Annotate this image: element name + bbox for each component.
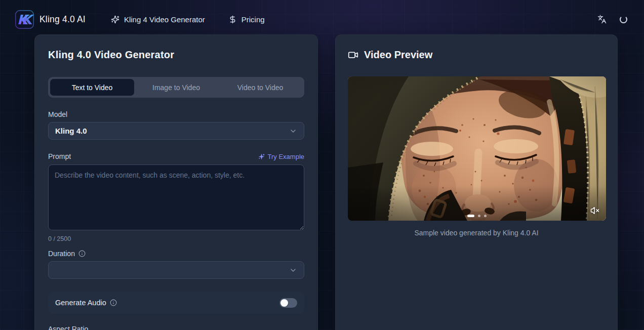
- top-navbar: K K Kling 4.0 AI Kling 4 Video Generator…: [0, 0, 644, 38]
- brand[interactable]: K K Kling 4.0 AI: [15, 10, 86, 29]
- tab-video-to-video[interactable]: Video to Video: [218, 79, 302, 96]
- generate-audio-row: Generate Audio: [48, 292, 304, 314]
- model-select-value: Kling 4.0: [55, 127, 87, 135]
- mute-icon[interactable]: [590, 206, 599, 215]
- try-example-button[interactable]: Try Example: [258, 153, 304, 160]
- generator-card: Kling 4.0 Video Generator Text to Video …: [34, 34, 318, 330]
- carousel-dot[interactable]: [478, 215, 480, 217]
- nav-links: Kling 4 Video Generator Pricing: [111, 15, 265, 24]
- chevron-down-icon: [289, 127, 297, 135]
- carousel-dot-active[interactable]: [467, 215, 474, 217]
- carousel-dots: [467, 215, 487, 217]
- carousel-dot[interactable]: [484, 215, 487, 217]
- aspect-ratio-label: Aspect Ratio: [48, 325, 304, 330]
- generator-title: Kling 4.0 Video Generator: [48, 49, 304, 61]
- try-example-label: Try Example: [268, 153, 304, 160]
- loading-spinner: [620, 16, 627, 23]
- prompt-label: Prompt: [48, 152, 71, 160]
- toggle-knob: [280, 299, 288, 307]
- generate-audio-toggle[interactable]: [279, 298, 297, 308]
- model-select[interactable]: Kling 4.0: [48, 122, 304, 140]
- nav-link-pricing[interactable]: Pricing: [228, 15, 265, 24]
- nav-link-label: Kling 4 Video Generator: [124, 15, 205, 24]
- language-icon[interactable]: [597, 15, 607, 24]
- info-icon[interactable]: [110, 299, 117, 306]
- dollar-icon: [228, 15, 237, 24]
- video-player[interactable]: [348, 76, 606, 221]
- generate-audio-label: Generate Audio: [55, 299, 106, 307]
- kling-logo-icon: K K: [15, 10, 34, 29]
- sample-video-still: [348, 76, 606, 221]
- nav-link-label: Pricing: [242, 15, 265, 24]
- mode-tabs: Text to Video Image to Video Video to Vi…: [48, 77, 304, 98]
- info-icon[interactable]: [78, 250, 86, 257]
- video-caption: Sample video generated by Kling 4.0 AI: [348, 229, 605, 237]
- duration-select[interactable]: [48, 261, 304, 279]
- nav-link-video-generator[interactable]: Kling 4 Video Generator: [111, 15, 205, 24]
- video-preview-card: Video Preview: [335, 34, 618, 330]
- navbar-right: [597, 15, 629, 24]
- chevron-down-icon: [289, 266, 297, 274]
- prompt-input[interactable]: [48, 164, 304, 230]
- tab-image-to-video[interactable]: Image to Video: [134, 79, 218, 96]
- brand-name: Kling 4.0 AI: [39, 14, 86, 25]
- sparkles-icon: [258, 153, 265, 160]
- tab-text-to-video[interactable]: Text to Video: [50, 79, 134, 96]
- char-counter: 0 / 2500: [48, 235, 304, 242]
- preview-title: Video Preview: [364, 49, 432, 61]
- model-label: Model: [48, 110, 304, 118]
- video-camera-icon: [348, 50, 358, 60]
- duration-label: Duration: [48, 250, 75, 258]
- sparkles-icon: [111, 15, 119, 24]
